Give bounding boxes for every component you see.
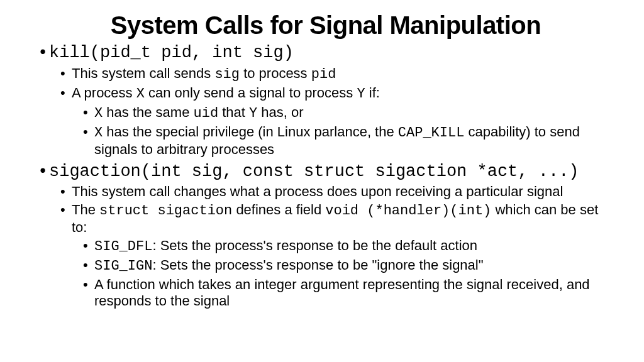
code-text: CAP_KILL (398, 125, 465, 141)
code-text: X (94, 106, 103, 121)
bullet-item: SIG_IGN: Sets the process's response to … (94, 257, 614, 275)
body-text: has the same (103, 104, 193, 120)
body-text: defines a field (232, 202, 325, 217)
bullet-item: SIG_DFL: Sets the process's response to … (94, 238, 614, 255)
body-text: A function which takes an integer argume… (94, 277, 590, 309)
slide: System Calls for Signal Manipulation kil… (0, 0, 644, 309)
bullet-item: A process X can only send a signal to pr… (72, 85, 614, 102)
body-text: has, or (257, 104, 303, 120)
bullet-item: The struct sigaction defines a field voi… (72, 202, 614, 236)
code-text: Y (357, 86, 365, 102)
bullet-item: This system call changes what a process … (72, 184, 614, 200)
code-text: kill(pid_t pid, int sig) (49, 43, 294, 62)
code-text: X (136, 86, 145, 102)
code-text: void (*handler)(int) (325, 203, 491, 219)
body-text: This system call changes what a process … (72, 184, 563, 199)
bullet-item: X has the same uid that Y has, or (94, 104, 614, 122)
body-text: has the special privilege (in Linux parl… (103, 124, 398, 140)
bullet-item: sigaction(int sig, const struct sigactio… (49, 162, 614, 182)
body-text: that (218, 104, 249, 120)
bullet-item: kill(pid_t pid, int sig) (49, 43, 614, 63)
bullet-item: This system call sends sig to process pi… (72, 65, 614, 83)
code-text: sig (214, 67, 240, 82)
body-text: : Sets the process's response to be "ign… (152, 257, 483, 273)
code-text: pid (311, 67, 336, 82)
body-text: A process (72, 85, 136, 101)
body-text: can only send a signal to process (145, 85, 357, 101)
body-text: : Sets the process's response to be the … (152, 238, 477, 253)
code-text: uid (194, 106, 219, 121)
body-text: The (72, 202, 99, 217)
code-text: sigaction(int sig, const struct sigactio… (49, 162, 579, 181)
bullet-list: kill(pid_t pid, int sig)This system call… (38, 43, 614, 309)
body-text: to process (240, 65, 311, 81)
code-text: struct sigaction (99, 203, 232, 219)
body-text: This system call sends (72, 65, 214, 81)
bullet-item: X has the special privilege (in Linux pa… (94, 124, 614, 158)
code-text: Y (249, 106, 257, 121)
code-text: X (94, 125, 103, 141)
slide-title: System Calls for Signal Manipulation (38, 11, 614, 40)
body-text: if: (365, 85, 380, 101)
bullet-item: A function which takes an integer argume… (94, 277, 614, 309)
code-text: SIG_IGN (94, 258, 152, 274)
code-text: SIG_DFL (94, 239, 152, 255)
